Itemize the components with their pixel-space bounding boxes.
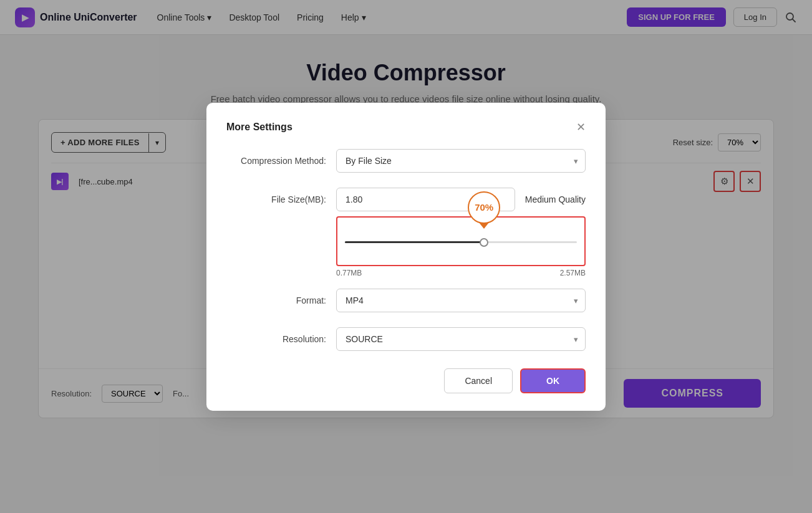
format-select[interactable]: MP4 AVI MOV MKV <box>336 289 586 312</box>
modal-close-button[interactable]: ✕ <box>576 120 586 134</box>
resolution-label: Resolution: <box>226 334 326 344</box>
slider-labels: 0.77MB 2.57MB <box>336 269 586 277</box>
compression-method-select[interactable]: By File Size By Quality By Bitrate <box>336 149 586 173</box>
modal-overlay: More Settings ✕ Compression Method: By F… <box>0 0 812 513</box>
slider-track <box>345 241 577 243</box>
slider-highlight-box: 70% <box>336 216 586 266</box>
slider-max-label: 2.57MB <box>560 269 586 277</box>
compression-method-label: Compression Method: <box>226 156 326 166</box>
slider-track-wrapper: 70% <box>345 224 577 261</box>
slider-fill <box>345 241 484 243</box>
file-size-row: File Size(MB): Medium Quality <box>226 188 586 211</box>
ok-button[interactable]: OK <box>520 368 586 393</box>
modal-title: More Settings <box>226 122 292 133</box>
modal-footer: Cancel OK <box>226 368 586 393</box>
quality-label: Medium Quality <box>525 194 586 204</box>
cancel-button[interactable]: Cancel <box>444 368 513 393</box>
slider-section: 70% 0.77MB 2.57MB <box>336 216 586 277</box>
format-select-wrapper: MP4 AVI MOV MKV ▾ <box>336 289 586 312</box>
compression-method-select-wrapper: By File Size By Quality By Bitrate ▾ <box>336 149 586 173</box>
format-row: Format: MP4 AVI MOV MKV ▾ <box>226 289 586 312</box>
format-label: Format: <box>226 295 326 305</box>
modal-header: More Settings ✕ <box>226 120 586 134</box>
slider-balloon: 70% <box>468 191 500 224</box>
compression-method-row: Compression Method: By File Size By Qual… <box>226 149 586 173</box>
more-settings-modal: More Settings ✕ Compression Method: By F… <box>206 103 606 411</box>
resolution-select[interactable]: SOURCE 720p 1080p 480p <box>336 327 586 351</box>
resolution-row: Resolution: SOURCE 720p 1080p 480p ▾ <box>226 327 586 351</box>
slider-min-label: 0.77MB <box>336 269 362 277</box>
resolution-select-wrapper: SOURCE 720p 1080p 480p ▾ <box>336 327 586 351</box>
file-size-label: File Size(MB): <box>226 194 326 204</box>
slider-thumb[interactable] <box>480 238 488 247</box>
